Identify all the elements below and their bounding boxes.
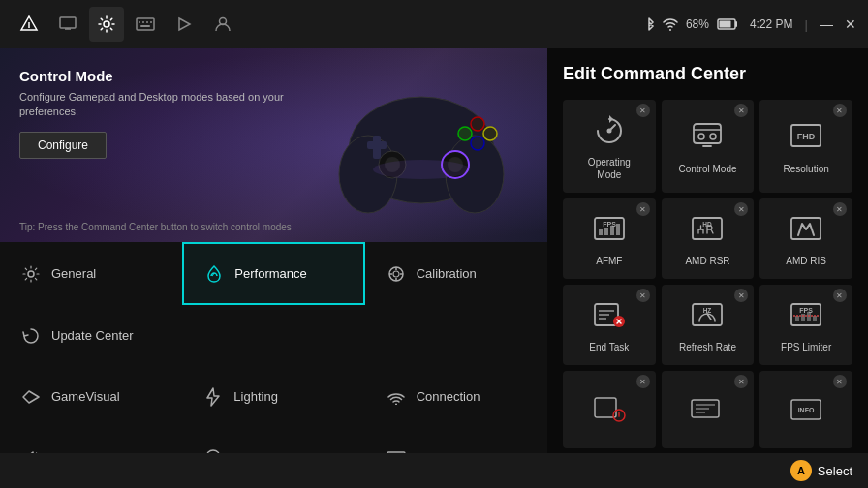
operating-mode-label: OperatingMode bbox=[588, 156, 631, 181]
cmd-item-resolution[interactable]: ✕ FHD Resolution bbox=[760, 100, 852, 193]
cmd-item-control-mode[interactable]: ✕ Control Mode bbox=[662, 100, 755, 193]
cmd-close-amd-rsr[interactable]: ✕ bbox=[734, 202, 748, 216]
cmd-close-refresh-rate[interactable]: ✕ bbox=[734, 289, 748, 302]
nav-item-connection[interactable]: Connection bbox=[365, 366, 547, 427]
cmd-close-control-mode[interactable]: ✕ bbox=[734, 104, 748, 117]
keyboard-icon2[interactable] bbox=[128, 7, 163, 42]
svg-rect-80 bbox=[813, 316, 817, 321]
cmd-close-row4-3[interactable]: ✕ bbox=[833, 375, 847, 388]
svg-point-22 bbox=[458, 127, 472, 140]
cmd-item-operating-mode[interactable]: ✕ OperatingMode bbox=[563, 100, 656, 193]
lighting-label: Lighting bbox=[233, 389, 278, 404]
cmd-item-row4-2[interactable]: ✕ bbox=[662, 371, 755, 448]
svg-point-52 bbox=[710, 134, 716, 139]
svg-rect-58 bbox=[599, 229, 603, 235]
cmd-item-amd-rsr[interactable]: ✕ HD AMD RSR bbox=[662, 198, 755, 279]
controller-illustration bbox=[325, 58, 518, 232]
amd-rsr-icon: HD bbox=[688, 210, 727, 249]
cmd-close-afmf[interactable]: ✕ bbox=[636, 202, 650, 216]
cmd-close-end-task[interactable]: ✕ bbox=[636, 289, 650, 302]
bottom-bar: A Select bbox=[0, 453, 868, 488]
svg-text:FPS: FPS bbox=[603, 221, 616, 228]
connection-icon bbox=[386, 386, 407, 408]
select-label: Select bbox=[818, 464, 852, 478]
svg-point-34 bbox=[393, 271, 399, 277]
realtime-icon bbox=[590, 390, 629, 429]
cmd-close-operating-mode[interactable]: ✕ bbox=[636, 104, 650, 117]
settings-icon[interactable] bbox=[89, 7, 124, 42]
row4-2-icon bbox=[688, 390, 727, 429]
svg-text:FPS: FPS bbox=[799, 307, 813, 314]
main-content: Control Mode Configure Gamepad and Deskt… bbox=[0, 48, 868, 488]
cmd-item-realtime[interactable]: ✕ bbox=[563, 371, 656, 448]
cmd-item-refresh-rate[interactable]: ✕ HZ Refresh Rate bbox=[662, 285, 755, 365]
performance-icon bbox=[203, 263, 225, 285]
fps-limiter-label: FPS Limiter bbox=[781, 341, 831, 353]
nav-item-calibration[interactable]: Calibration bbox=[365, 242, 547, 305]
general-icon bbox=[20, 263, 42, 285]
cmd-item-amd-ris[interactable]: ✕ AMD RIS bbox=[760, 198, 852, 279]
close-button[interactable]: ✕ bbox=[845, 16, 856, 32]
nav-item-lighting[interactable]: Lighting bbox=[182, 366, 364, 427]
svg-point-30 bbox=[373, 160, 470, 179]
resolution-label: Resolution bbox=[784, 163, 829, 175]
resolution-icon: FHD bbox=[787, 118, 825, 157]
gamevisual-icon bbox=[20, 386, 42, 408]
nav-item-update-center[interactable]: Update Center bbox=[0, 305, 182, 366]
asus-logo-icon[interactable] bbox=[12, 7, 46, 42]
hero-description: Configure Gamepad and Desktop modes base… bbox=[19, 90, 291, 120]
svg-rect-59 bbox=[604, 228, 608, 235]
minimize-button[interactable]: — bbox=[820, 16, 833, 32]
row4-3-icon: INFO bbox=[787, 390, 825, 429]
gamevisual-label: GameVisual bbox=[51, 389, 120, 404]
amd-ris-label: AMD RIS bbox=[786, 255, 826, 267]
end-task-label: End Task bbox=[589, 341, 629, 353]
refresh-rate-icon: HZ bbox=[688, 296, 727, 335]
nav-grid: General Performance bbox=[0, 242, 547, 488]
cmd-item-end-task[interactable]: ✕ End Task bbox=[563, 285, 656, 365]
svg-rect-77 bbox=[795, 316, 799, 321]
profile-icon[interactable] bbox=[205, 7, 240, 42]
svg-point-48 bbox=[606, 129, 611, 134]
nav-item-performance[interactable]: Performance bbox=[182, 242, 364, 305]
svg-point-25 bbox=[483, 127, 497, 140]
configure-button[interactable]: Configure bbox=[19, 132, 107, 159]
cmd-item-afmf[interactable]: ✕ FPS AFMF bbox=[563, 198, 656, 279]
fps-limiter-icon: FPS bbox=[787, 296, 825, 335]
svg-text:HZ: HZ bbox=[703, 307, 712, 314]
hero-section: Control Mode Configure Gamepad and Deskt… bbox=[0, 48, 547, 242]
cmd-close-fps-limiter[interactable]: ✕ bbox=[833, 289, 847, 302]
cmd-item-row4-3[interactable]: ✕ INFO bbox=[760, 371, 852, 448]
command-center-grid: ✕ OperatingMode ✕ bbox=[563, 100, 852, 448]
svg-rect-49 bbox=[694, 124, 721, 143]
operating-mode-icon bbox=[590, 111, 629, 150]
afmf-icon: FPS bbox=[590, 210, 629, 249]
status-area: 68% 4:22 PM | — ✕ bbox=[643, 16, 856, 32]
amd-rsr-label: AMD RSR bbox=[685, 255, 729, 267]
cmd-item-fps-limiter[interactable]: ✕ FPS FPS Limiter bbox=[760, 285, 852, 365]
svg-text:FHD: FHD bbox=[797, 132, 816, 141]
svg-marker-12 bbox=[179, 18, 190, 30]
general-label: General bbox=[51, 266, 96, 281]
cmd-close-realtime[interactable]: ✕ bbox=[636, 375, 650, 388]
performance-label: Performance bbox=[234, 266, 306, 281]
connection-label: Connection bbox=[417, 389, 480, 404]
cmd-close-row4-2[interactable]: ✕ bbox=[734, 375, 748, 388]
nav-item-gamevisual[interactable]: GameVisual bbox=[0, 366, 182, 427]
battery-percentage: 68% bbox=[686, 17, 709, 31]
screen-icon[interactable] bbox=[50, 7, 85, 42]
nav-item-general[interactable]: General bbox=[0, 242, 182, 305]
svg-rect-6 bbox=[137, 18, 154, 30]
select-button-icon[interactable]: A bbox=[790, 460, 812, 481]
svg-rect-60 bbox=[610, 226, 614, 235]
afmf-label: AFMF bbox=[596, 255, 622, 267]
media-icon[interactable] bbox=[167, 7, 202, 42]
svg-rect-61 bbox=[616, 224, 620, 235]
left-panel: Control Mode Configure Gamepad and Deskt… bbox=[0, 48, 547, 488]
hero-text: Control Mode Configure Gamepad and Deskt… bbox=[19, 68, 291, 159]
right-panel: Edit Command Center ✕ OperatingMode ✕ bbox=[547, 48, 868, 488]
svg-point-24 bbox=[471, 137, 484, 150]
cmd-close-amd-ris[interactable]: ✕ bbox=[833, 202, 847, 216]
cmd-close-resolution[interactable]: ✕ bbox=[833, 104, 847, 117]
edit-command-center-title: Edit Command Center bbox=[563, 64, 852, 84]
